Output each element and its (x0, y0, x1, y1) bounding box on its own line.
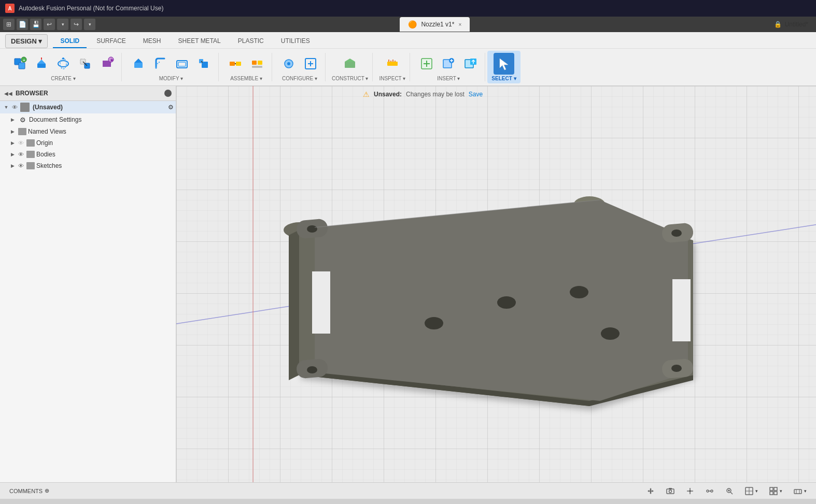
appearance-btn[interactable]: ▾ (790, 485, 811, 497)
sketches-visibility-icon[interactable]: 👁 (17, 162, 25, 170)
sidebar: ◀◀ BROWSER ▼ 👁 (Unsaved) ⚙ ▶ ⚙ Document … (0, 86, 176, 482)
tab-plastic[interactable]: PLASTIC (231, 35, 271, 48)
measure-tool-btn[interactable] (701, 485, 718, 497)
sketches-item[interactable]: ▶ 👁 Sketches (0, 160, 176, 171)
undo-dropdown-icon[interactable]: ▾ (57, 19, 68, 30)
svg-point-30 (287, 62, 290, 65)
named-views-item[interactable]: ▶ Named Views (0, 126, 176, 137)
camera-btn[interactable] (662, 485, 679, 497)
tab-close-icon[interactable]: × (458, 22, 461, 27)
select-label[interactable]: SELECT ▾ (491, 76, 516, 81)
new-component-btn[interactable]: + (9, 53, 30, 75)
grid-btn[interactable]: ▾ (765, 485, 786, 497)
browser-menu-btn[interactable] (164, 90, 172, 97)
create-section: + (5, 53, 122, 81)
tab-surface[interactable]: SURFACE (89, 35, 133, 48)
root-label: (Unsaved) (33, 104, 63, 111)
untitled-label: Untitled* (785, 21, 808, 28)
unsaved-label: Unsaved: (374, 91, 402, 98)
grid-icon[interactable]: ⊞ (3, 19, 15, 30)
named-views-arrow[interactable]: ▶ (8, 127, 17, 136)
origin-label: Origin (36, 139, 53, 147)
root-visibility-icon[interactable]: 👁 (10, 103, 19, 111)
origin-arrow[interactable]: ▶ (8, 139, 17, 147)
press-pull-btn[interactable] (128, 53, 149, 75)
redo-icon[interactable]: ↪ (71, 19, 82, 30)
svg-rect-95 (774, 492, 777, 495)
tree-root-item[interactable]: ▼ 👁 (Unsaved) ⚙ (0, 101, 176, 113)
move-btn[interactable] (75, 53, 95, 75)
insert-btn2[interactable] (438, 53, 459, 75)
root-collapse-arrow[interactable]: ▼ (2, 103, 10, 111)
browser-back-btn[interactable]: ◀◀ (4, 89, 12, 97)
bodies-visibility-icon[interactable]: 👁 (17, 150, 25, 159)
menu-bar: ⊞ 📄 💾 ↩ ▾ ↪ ▾ 🟠 Nozzle1 v1* × 🔒 Untitled… (0, 17, 816, 32)
zoom-fit-btn[interactable] (721, 485, 738, 497)
design-dropdown-btn[interactable]: DESIGN ▾ (5, 34, 48, 48)
sketches-arrow[interactable]: ▶ (8, 162, 17, 170)
scale-btn[interactable] (193, 53, 214, 75)
tab-solid[interactable]: SOLID (53, 35, 87, 48)
extrude-btn[interactable] (31, 53, 52, 75)
bodies-arrow[interactable]: ▶ (8, 150, 17, 159)
assemble-section: ASSEMBLE ▾ (221, 53, 272, 81)
construct-label[interactable]: CONSTRUCT ▾ (332, 76, 368, 81)
assemble-label[interactable]: ASSEMBLE ▾ (230, 76, 262, 81)
toolbar-content: + (0, 49, 816, 85)
comments-add-icon[interactable]: ⊕ (45, 487, 49, 494)
move-tool-btn[interactable] (642, 485, 659, 497)
insert-label[interactable]: INSERT ▾ (437, 76, 460, 81)
svg-rect-23 (230, 62, 235, 66)
insert-btn1[interactable] (416, 53, 437, 75)
tab-sheet-metal[interactable]: SHEET METAL (171, 35, 228, 48)
svg-point-83 (711, 490, 713, 492)
svg-point-82 (707, 490, 709, 492)
tab-mesh[interactable]: MESH (136, 35, 168, 48)
coil-btn[interactable]: ★ (96, 53, 117, 75)
bodies-label: Bodies (36, 151, 55, 158)
modify-label[interactable]: MODIFY ▾ (159, 76, 183, 81)
view-dropdown-btn[interactable]: ▾ (741, 485, 762, 497)
pan-btn[interactable] (682, 485, 698, 497)
lock-icon: 🔒 (774, 21, 782, 28)
configure-label[interactable]: CONFIGURE ▾ (282, 76, 317, 81)
insert-btn3[interactable] (460, 53, 481, 75)
measure-btn[interactable] (382, 53, 403, 75)
revolve-btn[interactable] (53, 53, 74, 75)
joint-btn[interactable] (225, 53, 246, 75)
insert-buttons (416, 53, 481, 75)
shell-btn[interactable] (172, 53, 192, 75)
viewport[interactable]: ⚠ Unsaved: Changes may be lost Save (176, 86, 816, 482)
main-tab[interactable]: 🟠 Nozzle1 v1* × (400, 17, 470, 32)
svg-point-76 (671, 365, 682, 372)
undo-icon[interactable]: ↩ (44, 19, 55, 30)
assemble-buttons (225, 53, 268, 75)
inspect-label[interactable]: INSPECT ▾ (379, 76, 405, 81)
svg-marker-60 (289, 230, 299, 380)
doc-settings-arrow[interactable]: ▶ (8, 116, 17, 124)
doc-settings-label: Document Settings (29, 116, 81, 123)
comments-btn[interactable]: COMMENTS ⊕ (5, 486, 53, 496)
rigid-group-btn[interactable] (247, 53, 268, 75)
create-label[interactable]: CREATE ▾ (51, 76, 76, 81)
bodies-item[interactable]: ▶ 👁 Bodies (0, 149, 176, 160)
origin-item[interactable]: ▶ 👁 Origin (0, 137, 176, 149)
save-icon[interactable]: 💾 (30, 19, 41, 30)
tab-utilities[interactable]: UTILITIES (274, 35, 317, 48)
svg-rect-92 (770, 487, 773, 491)
construct-btn[interactable] (340, 53, 360, 75)
doc-settings-item[interactable]: ▶ ⚙ Document Settings (0, 113, 176, 126)
svg-point-70 (497, 296, 516, 309)
redo-dropdown-icon[interactable]: ▾ (84, 19, 95, 30)
configure-btn1[interactable] (278, 53, 299, 75)
save-link[interactable]: Save (469, 91, 483, 98)
configure-btn2[interactable] (300, 53, 321, 75)
unsaved-warning-icon: ⚠ (363, 90, 370, 98)
root-settings-icon[interactable]: ⚙ (168, 104, 174, 111)
title-bar: A Autodesk Fusion Personal (Not for Comm… (0, 0, 816, 17)
origin-visibility-icon[interactable]: 👁 (17, 139, 25, 147)
fillet-btn[interactable] (150, 53, 171, 75)
app-icon: A (5, 4, 15, 13)
select-btn[interactable] (494, 53, 514, 75)
new-file-icon[interactable]: 📄 (17, 19, 28, 30)
